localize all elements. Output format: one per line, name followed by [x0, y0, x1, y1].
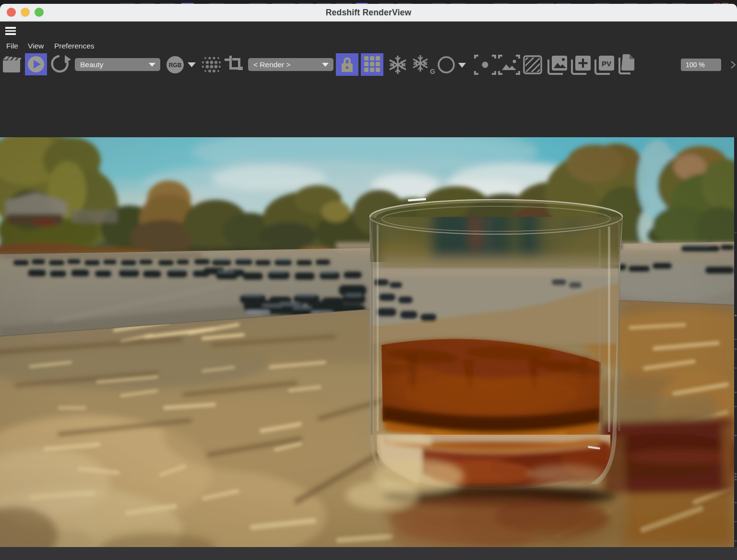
svg-text:G: G [430, 68, 435, 75]
svg-text:PV: PV [602, 60, 611, 68]
svg-text:RGB: RGB [169, 62, 182, 69]
